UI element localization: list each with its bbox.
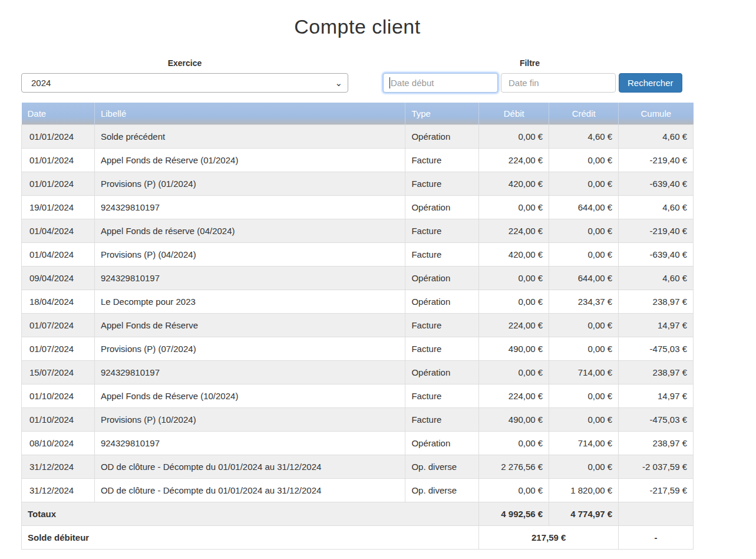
column-header-type: Type [405,103,479,124]
cell-credit: 714,00 € [549,431,619,455]
cell-debit: 490,00 € [479,337,549,360]
cell-cumule: 4,60 € [619,124,694,148]
table-row: 18/04/2024Le Decompte pour 2023Opération… [22,290,694,313]
cell-libelle: 924329810197 [94,360,405,384]
page-container: Compte client Exercice 2024 ⌄ Filtre [21,0,694,550]
cell-cumule: 238,97 € [619,290,694,313]
cell-cumule: -639,40 € [619,172,694,195]
solde-debiteur-row: Solde débiteur 217,59 € - [22,525,694,549]
date-debut-wrap [383,73,498,93]
solde-debiteur-cumule: - [619,525,694,549]
filtre-label: Filtre [383,58,676,68]
totals-label: Totaux [22,502,479,525]
date-fin-wrap [501,73,616,93]
cell-type: Opération [405,360,479,384]
cell-credit: 0,00 € [549,242,619,266]
cell-type: Opération [405,124,479,148]
table-row: 19/01/2024924329810197Opération0,00 €644… [22,195,694,219]
table-row: 01/04/2024Appel Fonds de réserve (04/202… [22,219,694,242]
cell-debit: 490,00 € [479,407,549,431]
cell-type: Facture [405,148,479,172]
cell-debit: 420,00 € [479,242,549,266]
solde-debiteur-label: Solde débiteur [22,525,479,549]
cell-debit: 0,00 € [479,431,549,455]
cell-libelle: 924329810197 [94,431,405,455]
cell-credit: 234,37 € [549,290,619,313]
table-row: 01/07/2024Provisions (P) (07/2024)Factur… [22,337,694,360]
cell-type: Facture [405,384,479,407]
cell-type: Facture [405,242,479,266]
exercice-select[interactable]: 2024 [21,73,348,93]
table-row: 01/10/2024Provisions (P) (10/2024)Factur… [22,407,694,431]
cell-type: Opération [405,431,479,455]
cell-cumule: 238,97 € [619,360,694,384]
cell-date: 01/07/2024 [22,337,95,360]
cell-debit: 224,00 € [479,313,549,337]
table-row: 01/10/2024Appel Fonds de Réserve (10/202… [22,384,694,407]
cell-libelle: Provisions (P) (10/2024) [94,407,405,431]
cell-libelle: 924329810197 [94,266,405,290]
column-header-date: Date [22,103,95,124]
cell-type: Facture [405,172,479,195]
cell-credit: 0,00 € [549,337,619,360]
cell-date: 15/07/2024 [22,360,95,384]
cell-type: Opération [405,266,479,290]
cell-debit: 2 276,56 € [479,455,549,478]
cell-debit: 0,00 € [479,478,549,502]
cell-debit: 0,00 € [479,195,549,219]
cell-libelle: Le Decompte pour 2023 [94,290,405,313]
cell-cumule: -475,03 € [619,407,694,431]
table-row: 31/12/2024OD de clôture - Décompte du 01… [22,455,694,478]
date-fin-input[interactable] [501,73,616,93]
cell-cumule: -219,40 € [619,148,694,172]
cell-credit: 0,00 € [549,313,619,337]
cell-type: Op. diverse [405,478,479,502]
table-row: 08/10/2024924329810197Opération0,00 €714… [22,431,694,455]
cell-date: 01/10/2024 [22,384,95,407]
table-row: 15/07/2024924329810197Opération0,00 €714… [22,360,694,384]
cell-cumule: -217,59 € [619,478,694,502]
cell-debit: 0,00 € [479,266,549,290]
cell-cumule: -2 037,59 € [619,455,694,478]
cell-libelle: Appel Fonds de Réserve (01/2024) [94,148,405,172]
cell-date: 01/01/2024 [22,148,95,172]
exercice-group: Exercice 2024 ⌄ [21,58,348,93]
totals-row: Totaux 4 992,56 € 4 774,97 € [22,502,694,525]
cell-date: 01/04/2024 [22,219,95,242]
cell-cumule: 4,60 € [619,195,694,219]
account-table: Date Libellé Type Débit Crédit Cumule 01… [21,103,694,550]
cell-cumule: -219,40 € [619,219,694,242]
column-header-debit: Débit [479,103,549,124]
cell-libelle: 924329810197 [94,195,405,219]
cell-debit: 0,00 € [479,124,549,148]
cell-type: Opération [405,195,479,219]
table-row: 01/07/2024Appel Fonds de RéserveFacture2… [22,313,694,337]
cell-libelle: Provisions (P) (01/2024) [94,172,405,195]
cell-date: 01/07/2024 [22,313,95,337]
cell-libelle: Appel Fonds de Réserve (10/2024) [94,384,405,407]
cell-libelle: Appel Fonds de Réserve [94,313,405,337]
cell-libelle: Provisions (P) (07/2024) [94,337,405,360]
cell-type: Facture [405,313,479,337]
cell-date: 31/12/2024 [22,455,95,478]
cell-date: 19/01/2024 [22,195,95,219]
cell-type: Facture [405,219,479,242]
column-header-credit: Crédit [549,103,619,124]
rechercher-button[interactable]: Rechercher [619,73,682,93]
cell-type: Opération [405,290,479,313]
cell-debit: 0,00 € [479,290,549,313]
cell-type: Op. diverse [405,455,479,478]
cell-type: Facture [405,337,479,360]
cell-debit: 420,00 € [479,172,549,195]
totals-debit: 4 992,56 € [479,502,549,525]
cell-type: Facture [405,407,479,431]
solde-debiteur-value: 217,59 € [479,525,619,549]
table-row: 01/01/2024Appel Fonds de Réserve (01/202… [22,148,694,172]
cell-date: 01/10/2024 [22,407,95,431]
date-debut-input[interactable] [383,73,498,93]
cell-cumule: -475,03 € [619,337,694,360]
page-title: Compte client [21,15,694,38]
cell-cumule: 238,97 € [619,431,694,455]
cell-credit: 644,00 € [549,195,619,219]
table-header-row: Date Libellé Type Débit Crédit Cumule [22,103,694,124]
